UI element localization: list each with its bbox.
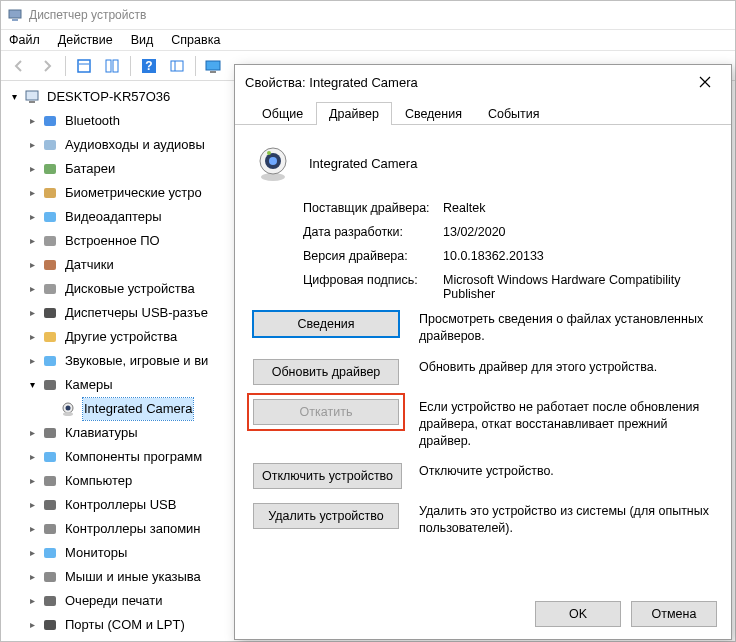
- forward-icon[interactable]: [35, 54, 59, 78]
- category-label: Аудиовходы и аудиовы: [65, 134, 205, 156]
- toolbar-icon-2[interactable]: [100, 54, 124, 78]
- chevron-right-icon[interactable]: ▸: [25, 282, 39, 296]
- vendor-value: Realtek: [443, 201, 713, 215]
- chevron-right-icon[interactable]: ▸: [25, 594, 39, 608]
- svg-point-42: [269, 157, 277, 165]
- titlebar: Диспетчер устройств: [1, 1, 735, 29]
- menu-file[interactable]: Файл: [9, 33, 40, 47]
- details-button[interactable]: Сведения: [253, 311, 399, 337]
- cancel-button[interactable]: Отмена: [631, 601, 717, 627]
- menubar: Файл Действие Вид Справка: [1, 29, 735, 51]
- menu-view[interactable]: Вид: [131, 33, 154, 47]
- category-icon: [41, 376, 59, 394]
- chevron-right-icon[interactable]: ▸: [25, 546, 39, 560]
- menu-help[interactable]: Справка: [171, 33, 220, 47]
- category-label: Контроллеры запомин: [65, 518, 201, 540]
- help-icon[interactable]: ?: [137, 54, 161, 78]
- scan-hardware-icon[interactable]: [202, 54, 226, 78]
- svg-rect-34: [44, 548, 56, 558]
- category-icon: [41, 136, 59, 154]
- svg-rect-17: [44, 188, 56, 198]
- menu-action[interactable]: Действие: [58, 33, 113, 47]
- tab-content-driver: Integrated Camera Поставщик драйвера:Rea…: [235, 125, 731, 561]
- rollback-button[interactable]: Откатить: [253, 399, 399, 425]
- svg-rect-10: [206, 61, 220, 70]
- tab-general[interactable]: Общие: [249, 102, 316, 125]
- chevron-right-icon[interactable]: ▸: [25, 618, 39, 632]
- category-icon: [41, 520, 59, 538]
- rollback-highlight: Откатить: [247, 393, 405, 431]
- tab-driver[interactable]: Драйвер: [316, 102, 392, 125]
- toolbar-separator: [195, 56, 196, 76]
- tab-details[interactable]: Сведения: [392, 102, 475, 125]
- update-driver-button[interactable]: Обновить драйвер: [253, 359, 399, 385]
- category-icon: [41, 256, 59, 274]
- category-icon: [41, 160, 59, 178]
- category-label: Звуковые, игровые и ви: [65, 350, 208, 372]
- svg-rect-18: [44, 212, 56, 222]
- category-icon: [41, 592, 59, 610]
- properties-dialog: Свойства: Integrated Camera Общие Драйве…: [234, 64, 732, 640]
- date-value: 13/02/2020: [443, 225, 713, 239]
- category-label: Очереди печати: [65, 590, 163, 612]
- close-icon[interactable]: [689, 70, 721, 94]
- dialog-footer: OK Отмена: [535, 601, 717, 627]
- category-label: Компьютер: [65, 470, 132, 492]
- category-label: Программные устройс: [65, 638, 200, 642]
- uninstall-description: Удалить это устройство из системы (для о…: [419, 503, 713, 537]
- disable-device-button[interactable]: Отключить устройство: [253, 463, 402, 489]
- chevron-right-icon[interactable]: ▸: [25, 138, 39, 152]
- uninstall-device-button[interactable]: Удалить устройство: [253, 503, 399, 529]
- chevron-right-icon[interactable]: ▸: [25, 114, 39, 128]
- chevron-right-icon[interactable]: ▸: [25, 450, 39, 464]
- category-label: Bluetooth: [65, 110, 120, 132]
- chevron-right-icon[interactable]: ▸: [25, 474, 39, 488]
- category-label: Дисковые устройства: [65, 278, 195, 300]
- chevron-right-icon[interactable]: ▸: [25, 234, 39, 248]
- vendor-label: Поставщик драйвера:: [253, 201, 443, 215]
- tab-events[interactable]: События: [475, 102, 553, 125]
- category-label: Контроллеры USB: [65, 494, 176, 516]
- category-label: Другие устройства: [65, 326, 177, 348]
- category-label: Мыши и иные указыва: [65, 566, 201, 588]
- chevron-right-icon[interactable]: ▸: [25, 426, 39, 440]
- device-label: Integrated Camera: [83, 398, 193, 420]
- category-icon: [41, 184, 59, 202]
- svg-rect-24: [44, 356, 56, 366]
- svg-point-27: [66, 406, 71, 411]
- chevron-right-icon[interactable]: ▸: [25, 522, 39, 536]
- svg-rect-35: [44, 572, 56, 582]
- svg-rect-37: [44, 620, 56, 630]
- chevron-right-icon[interactable]: ▸: [25, 306, 39, 320]
- svg-rect-5: [113, 60, 118, 72]
- back-icon[interactable]: [7, 54, 31, 78]
- svg-rect-30: [44, 452, 56, 462]
- toolbar-icon-3[interactable]: [165, 54, 189, 78]
- chevron-right-icon[interactable]: ▸: [25, 210, 39, 224]
- chevron-right-icon[interactable]: ▸: [25, 354, 39, 368]
- category-label: Мониторы: [65, 542, 127, 564]
- toolbar-icon-1[interactable]: [72, 54, 96, 78]
- svg-rect-25: [44, 380, 56, 390]
- app-icon: [7, 7, 23, 23]
- chevron-down-icon[interactable]: ▾: [25, 378, 39, 392]
- chevron-right-icon[interactable]: ▸: [25, 258, 39, 272]
- chevron-down-icon[interactable]: ▾: [7, 90, 21, 104]
- svg-rect-20: [44, 260, 56, 270]
- date-label: Дата разработки:: [253, 225, 443, 239]
- chevron-right-icon[interactable]: ▸: [25, 162, 39, 176]
- svg-point-43: [267, 151, 271, 155]
- ok-button[interactable]: OK: [535, 601, 621, 627]
- chevron-right-icon[interactable]: ▸: [25, 186, 39, 200]
- category-label: Порты (COM и LPT): [65, 614, 185, 636]
- chevron-right-icon[interactable]: ▸: [25, 570, 39, 584]
- svg-rect-16: [44, 164, 56, 174]
- category-icon: [41, 352, 59, 370]
- category-icon: [41, 304, 59, 322]
- chevron-right-icon[interactable]: ▸: [25, 330, 39, 344]
- root-node-label: DESKTOP-KR57O36: [47, 86, 170, 108]
- svg-rect-14: [44, 116, 56, 126]
- chevron-right-icon[interactable]: ▸: [25, 498, 39, 512]
- svg-rect-13: [29, 101, 35, 103]
- svg-rect-1: [12, 19, 18, 21]
